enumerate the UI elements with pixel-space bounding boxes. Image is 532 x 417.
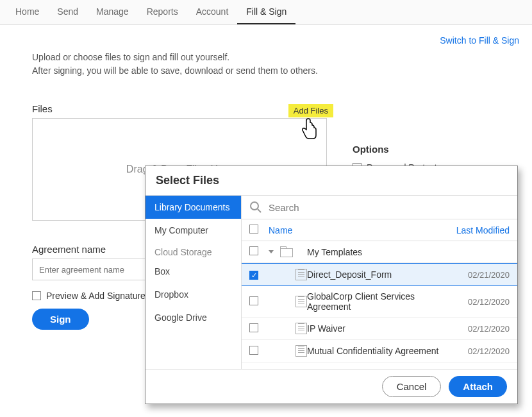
tab-send[interactable]: Send	[48, 0, 87, 24]
tab-home[interactable]: Home	[6, 0, 48, 24]
file-pane: Name Last Modified My Templates Direct_D…	[242, 196, 517, 369]
tab-reports[interactable]: Reports	[138, 0, 187, 24]
column-name[interactable]: Name	[269, 225, 445, 235]
file-date: 02/12/2020	[452, 324, 510, 334]
tab-manage[interactable]: Manage	[87, 0, 138, 24]
switch-to-fill-sign-link[interactable]: Switch to Fill & Sign	[440, 35, 519, 46]
file-row[interactable]: Direct_Deposit_Form 02/21/2020	[242, 263, 517, 286]
folder-checkbox[interactable]	[249, 246, 258, 255]
file-date: 02/12/2020	[452, 297, 510, 307]
intro-text: Upload or choose files to sign and fill …	[32, 51, 500, 78]
sidebar-item-google-drive[interactable]: Google Drive	[145, 306, 241, 329]
cancel-button[interactable]: Cancel	[382, 376, 442, 397]
file-name: IP Waiver	[307, 323, 452, 334]
attach-button[interactable]: Attach	[449, 376, 507, 397]
file-date: 02/21/2020	[452, 270, 510, 280]
file-name: GlobalCorp Client Services Agreement	[307, 291, 452, 312]
folder-icon	[280, 248, 293, 257]
file-date: 02/12/2020	[452, 346, 510, 356]
folder-row-my-templates[interactable]: My Templates	[242, 241, 517, 263]
file-name: Mutual Confidentiality Agreement	[307, 346, 452, 356]
sidebar-item-library-documents[interactable]: Library Documents	[145, 196, 241, 219]
file-list-header: Name Last Modified	[242, 219, 517, 241]
document-icon	[295, 323, 307, 334]
document-icon	[295, 269, 307, 280]
file-checkbox[interactable]	[249, 271, 258, 280]
sidebar-item-dropbox[interactable]: Dropbox	[145, 283, 241, 306]
select-all-checkbox[interactable]	[249, 225, 258, 234]
file-checkbox[interactable]	[249, 346, 258, 355]
top-nav: Home Send Manage Reports Account Fill & …	[0, 0, 532, 25]
file-checkbox[interactable]	[249, 323, 258, 332]
svg-point-0	[251, 202, 258, 210]
intro-line1: Upload or choose files to sign and fill …	[32, 51, 500, 64]
sidebar-group-cloud-storage: Cloud Storage	[145, 242, 241, 260]
sidebar-item-box[interactable]: Box	[145, 260, 241, 283]
file-name: Direct_Deposit_Form	[307, 269, 452, 280]
search-input[interactable]	[269, 202, 510, 213]
modal-sidebar: Library Documents My Computer Cloud Stor…	[145, 196, 242, 369]
files-label: Files	[32, 103, 500, 114]
tab-account[interactable]: Account	[187, 0, 238, 24]
folder-name: My Templates	[307, 247, 452, 257]
modal-title: Select Files	[145, 166, 517, 195]
file-row[interactable]: IP Waiver 02/12/2020	[242, 318, 517, 340]
svg-line-1	[258, 209, 261, 212]
document-icon	[295, 345, 307, 357]
intro-line2: After signing, you will be able to save,…	[32, 64, 500, 78]
search-icon	[249, 201, 262, 214]
file-checkbox[interactable]	[249, 296, 258, 305]
sign-button[interactable]: Sign	[32, 309, 89, 330]
add-files-button[interactable]: Add Files	[288, 104, 333, 117]
options-title: Options	[353, 144, 500, 155]
tab-fill-sign[interactable]: Fill & Sign	[237, 0, 295, 24]
document-icon	[295, 296, 307, 307]
select-files-modal: Select Files Library Documents My Comput…	[145, 166, 518, 404]
sidebar-item-my-computer[interactable]: My Computer	[145, 219, 241, 242]
expand-icon[interactable]	[269, 250, 274, 253]
column-last-modified[interactable]: Last Modified	[445, 225, 510, 235]
file-row[interactable]: GlobalCorp Client Services Agreement 02/…	[242, 286, 517, 318]
preview-signature-checkbox[interactable]	[32, 291, 41, 300]
file-row[interactable]: Mutual Confidentiality Agreement 02/12/2…	[242, 340, 517, 362]
